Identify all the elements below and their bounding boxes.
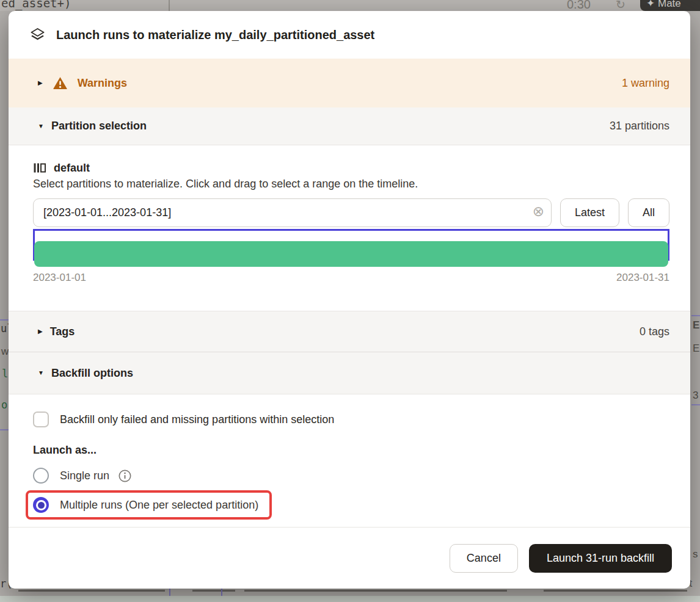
latest-button[interactable]: Latest bbox=[560, 198, 619, 227]
materialize-button-fragment: ✦ Mate bbox=[640, 0, 700, 11]
background-asset-name-fragment: ed_asset+) bbox=[1, 0, 71, 10]
background-right-fragment: E bbox=[693, 319, 699, 332]
background-left-fragment: o bbox=[1, 399, 7, 411]
partition-count: 31 partitions bbox=[610, 120, 669, 132]
partition-picker: default Select partitions to materialize… bbox=[9, 145, 690, 311]
failed-missing-checkbox-label: Backfill only failed and missing partiti… bbox=[60, 413, 334, 426]
partition-selection-section-header[interactable]: ▼ Partition selection 31 partitions bbox=[9, 107, 690, 145]
single-run-radio[interactable] bbox=[33, 468, 49, 484]
launch-backfill-dialog: Launch runs to materialize my_daily_part… bbox=[9, 11, 690, 589]
partition-range-input[interactable] bbox=[33, 198, 552, 227]
partition-timeline[interactable] bbox=[33, 229, 669, 267]
caret-right-icon: ▶ bbox=[38, 328, 43, 335]
single-run-label: Single run bbox=[60, 470, 109, 482]
caret-right-icon: ▶ bbox=[38, 80, 43, 86]
background-line bbox=[0, 429, 9, 430]
dimension-name: default bbox=[54, 162, 90, 175]
timeline-partition-bar[interactable] bbox=[34, 241, 668, 267]
tags-count: 0 tags bbox=[640, 325, 669, 338]
warnings-label: Warnings bbox=[78, 77, 127, 90]
multiple-runs-label: Multiple runs (One per selected partitio… bbox=[60, 499, 258, 512]
backfill-options-label: Backfill options bbox=[51, 367, 133, 380]
backfill-options-section-header[interactable]: ▼ Backfill options bbox=[9, 352, 690, 394]
partition-selection-label: Partition selection bbox=[51, 120, 147, 132]
refresh-countdown: 0:30 bbox=[567, 0, 591, 12]
background-line bbox=[0, 319, 9, 321]
dialog-header: Launch runs to materialize my_daily_part… bbox=[9, 11, 690, 59]
dialog-title: Launch runs to materialize my_daily_part… bbox=[56, 28, 374, 42]
background-clipped-text bbox=[18, 590, 165, 592]
background-divider bbox=[169, 0, 170, 11]
background-clipped-text bbox=[544, 590, 687, 592]
multiple-runs-radio[interactable] bbox=[33, 497, 49, 513]
background-clipped-text bbox=[192, 590, 235, 592]
background-bottom-band bbox=[0, 596, 700, 602]
launch-as-label: Launch as... bbox=[33, 444, 669, 457]
warning-triangle-icon bbox=[53, 76, 68, 90]
background-left-fragment: l bbox=[2, 368, 8, 380]
clear-input-icon[interactable]: ⊗ bbox=[533, 205, 544, 219]
asset-layers-icon bbox=[29, 27, 46, 43]
refresh-icon: ↻ bbox=[616, 0, 625, 12]
failed-missing-checkbox[interactable] bbox=[33, 412, 49, 427]
background-topbar: ed_asset+) 0:30 ↻ ✦ Mate bbox=[0, 0, 700, 11]
info-icon[interactable] bbox=[118, 469, 132, 483]
tags-section-header[interactable]: ▶ Tags 0 tags bbox=[9, 311, 690, 352]
dialog-footer: Cancel Launch 31-run backfill bbox=[9, 527, 690, 589]
warnings-section-header[interactable]: ▶ Warnings 1 warning bbox=[9, 59, 690, 107]
background-clipped-text bbox=[244, 590, 507, 592]
all-button[interactable]: All bbox=[628, 198, 669, 227]
background-left-fragment: w bbox=[1, 346, 9, 358]
warnings-count: 1 warning bbox=[622, 77, 669, 90]
background-right-fragment: E bbox=[693, 343, 699, 355]
multiple-runs-highlight-box: Multiple runs (One per selected partitio… bbox=[26, 490, 272, 520]
timeline-start-label: 2023-01-01 bbox=[33, 272, 86, 284]
background-right-fragment: s bbox=[693, 548, 698, 560]
caret-down-icon: ▼ bbox=[38, 123, 44, 129]
cancel-button[interactable]: Cancel bbox=[450, 544, 518, 573]
background-line bbox=[691, 404, 700, 405]
timeline-end-label: 2023-01-31 bbox=[616, 272, 669, 284]
tags-label: Tags bbox=[50, 325, 75, 338]
launch-backfill-button[interactable]: Launch 31-run backfill bbox=[529, 544, 672, 573]
backfill-options-body: Backfill only failed and missing partiti… bbox=[9, 394, 690, 527]
materialize-button-label: ✦ Mate bbox=[646, 0, 681, 10]
background-line bbox=[691, 315, 700, 316]
picker-helper-text: Select partitions to materialize. Click … bbox=[33, 178, 669, 190]
partition-dimension-icon bbox=[33, 161, 46, 175]
caret-down-icon: ▼ bbox=[38, 370, 44, 376]
background-right-fragment: 3 bbox=[693, 390, 698, 402]
